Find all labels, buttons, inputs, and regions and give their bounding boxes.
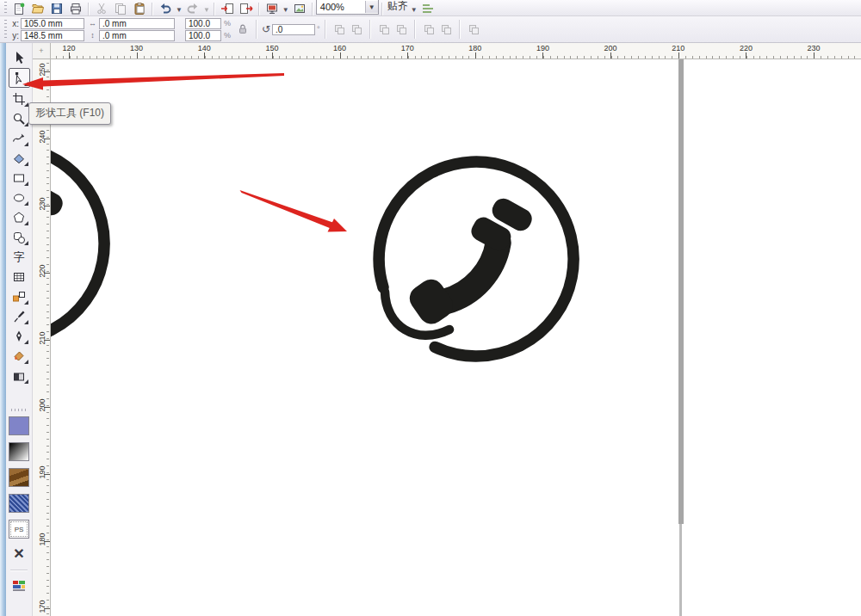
to-front-button [420,21,437,38]
color-docker-icon [12,579,26,593]
drawing-canvas[interactable] [51,59,861,616]
y-position-field[interactable]: 148.5 mm [21,30,84,41]
pick-tool[interactable] [9,48,29,66]
zoom-level-combo[interactable]: 400%▼ [316,0,379,15]
text-tool[interactable]: 字 [9,248,29,266]
shape-tool-tooltip: 形状工具 (F10) [28,102,111,125]
fountain-fill-swatch[interactable] [9,442,29,461]
application-launcher-button[interactable] [263,1,282,15]
vertical-ruler[interactable]: 250240230220210200190180170 [33,59,51,616]
crop-tool[interactable] [9,89,29,108]
texture-fill-swatch[interactable] [9,468,29,487]
basic-shapes-icon [12,231,26,244]
toolbar-grip[interactable] [4,2,7,15]
ruler-label: 240 [38,129,46,145]
flyout-grip[interactable] [11,409,27,411]
object-width-icon: ↔ [88,19,97,28]
outline-pen-tool[interactable] [9,327,29,345]
object-width-field[interactable]: .0 mm [99,18,175,29]
blend-tool[interactable] [9,287,29,305]
export-button[interactable] [237,1,256,15]
chevron-down-icon[interactable]: ▼ [365,1,378,13]
color-docker-button[interactable] [9,577,28,594]
basic-shapes-tool[interactable] [9,228,29,246]
horizontal-ruler[interactable]: 120130140150160170180190200210220230 [51,43,861,59]
table-tool[interactable] [9,268,29,286]
toolbar-separator [152,3,153,15]
snap-to-menu[interactable]: 贴齐▼ [386,0,418,15]
options-button[interactable] [418,1,437,15]
ruler-label: 180 [468,44,481,52]
phone-logo[interactable] [369,151,584,370]
object-height-field[interactable]: .0 mm [99,30,175,41]
lock-icon [237,23,249,35]
zoom-tool[interactable] [9,109,29,127]
app-launcher-icon [265,2,279,15]
ruler-origin[interactable]: + [33,43,51,59]
zoom-icon [12,112,26,126]
mirror-vertical-button [348,21,365,38]
ruler-label: 220 [740,44,753,52]
rotation-angle-field[interactable]: .0 [272,24,315,35]
toolbar-separator [381,3,383,15]
undo-button[interactable] [156,1,175,15]
crop-icon [12,92,26,106]
scale-y-field[interactable]: 100.0 [185,30,221,41]
rectangle-tool[interactable] [9,169,29,187]
uniform-fill-swatch[interactable] [9,416,29,435]
window-edge-strip [0,43,6,616]
postscript-fill-swatch[interactable]: PS [9,520,29,539]
ellipse-tool[interactable] [9,188,29,206]
scale-x-field[interactable]: 100.0 [185,18,221,29]
pattern-fill-swatch[interactable] [9,494,29,513]
no-fill-swatch[interactable]: ✕ [9,545,28,563]
eyedropper-tool[interactable] [9,307,29,325]
toolbar-separator [369,20,371,39]
table-icon [12,270,26,284]
chevron-down-icon[interactable]: ▼ [176,6,183,14]
x-position-label: x: [11,19,19,28]
open-button[interactable] [28,1,47,15]
shape-tool[interactable] [9,68,30,88]
percent-sign: % [224,31,231,40]
toolbox-separator [10,570,28,571]
degree-sign: ° [317,25,320,34]
chevron-down-icon: ▼ [411,6,418,14]
property-bar: x: 105.0 mm y: 148.5 mm ↔ .0 mm ↕ .0 mm … [0,16,861,43]
paste-button[interactable] [130,1,149,15]
smart-fill-tool[interactable] [9,149,29,167]
phone-logo-partial[interactable] [51,136,115,354]
fill-tool[interactable] [9,347,29,365]
redo-icon [186,2,200,15]
cut-icon [95,2,108,15]
save-button[interactable] [47,1,66,15]
toolbar-separator [312,3,313,15]
phone-logo-art [369,151,584,367]
freehand-icon [12,132,26,145]
paste-icon [133,2,146,15]
interactive-fill-tool[interactable] [9,367,29,385]
ruler-major-tick [137,52,138,59]
zoom-level-value: 400% [317,2,365,12]
copy-icon [114,2,127,15]
toolbox: 字PS✕ [6,43,33,616]
toolbar-grip[interactable] [4,20,7,39]
ruler-major-tick [204,52,205,59]
chevron-down-icon[interactable]: ▼ [282,6,289,14]
object-height-icon: ↕ [88,31,97,40]
print-button[interactable] [66,1,85,15]
x-position-field[interactable]: 105.0 mm [21,18,84,29]
import-button[interactable] [218,1,237,15]
new-document-button[interactable] [9,1,28,15]
lock-ratio-button[interactable] [234,21,251,38]
export-icon [239,2,253,15]
interactive-fill-icon [12,369,26,383]
outline-pen-icon [12,330,26,343]
ruler-label: 130 [130,44,143,52]
welcome-screen-button[interactable] [290,1,309,15]
redo-button [183,1,202,15]
polygon-tool[interactable] [9,208,29,226]
ruler-label: 170 [38,599,46,614]
freehand-tool[interactable] [9,129,29,147]
eyedropper-icon [12,310,26,323]
